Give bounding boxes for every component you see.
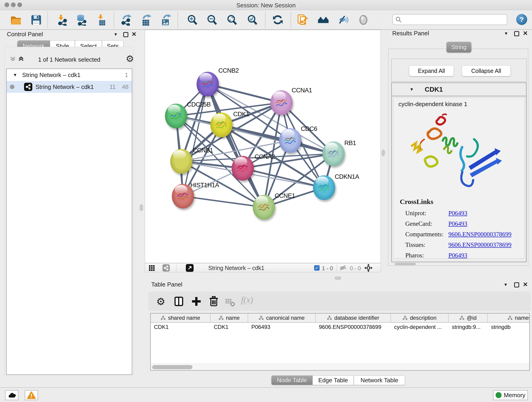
right-splitter-handle[interactable] <box>382 150 385 156</box>
node-CCNB2[interactable] <box>196 72 219 96</box>
edge-HIST1H1A-CCNE1[interactable] <box>183 196 264 207</box>
node-CCNB1[interactable] <box>170 149 192 174</box>
export-network-button[interactable] <box>120 14 132 26</box>
selected-checkbox-icon[interactable]: ✓ <box>314 265 320 271</box>
node-CDK1[interactable] <box>210 113 233 137</box>
help-button[interactable]: ? <box>516 14 527 25</box>
crosslink-value-link[interactable]: P06493 <box>448 220 467 227</box>
results-panel-close-icon[interactable]: ✕ <box>523 30 528 37</box>
export-image-button[interactable] <box>160 14 172 26</box>
crosslink-value-link[interactable]: 9606.ENSP00000378699 <box>448 241 511 249</box>
show-eye-button[interactable] <box>358 14 369 26</box>
tab-network-table[interactable]: Network Table <box>354 375 405 385</box>
network-canvas[interactable]: CCNB2CCNA1CDC25BCDK1CDC6RB1CCNB1CCNA2CDK… <box>145 30 381 263</box>
zoom-in-button[interactable] <box>187 14 198 26</box>
gene-card-header[interactable]: ▼ CDK1 <box>392 83 526 96</box>
insert-column-icon[interactable] <box>174 296 184 307</box>
import-network-file-button[interactable] <box>56 14 68 26</box>
zoom-out-button[interactable] <box>206 14 218 26</box>
network-row-selected[interactable]: String Network – cdk1 11 48 <box>7 81 132 93</box>
results-hscroll-thumb[interactable] <box>395 263 416 265</box>
column-header--id[interactable]: @id <box>449 313 488 323</box>
export-table-button[interactable] <box>140 14 152 26</box>
delete-row-icon[interactable] <box>209 296 219 307</box>
open-in-window-icon[interactable] <box>186 264 194 272</box>
add-row-icon[interactable] <box>191 296 202 307</box>
open-session-button[interactable] <box>10 14 22 26</box>
gene-card-body: cyclin-dependent kinase 1 CrossLinks <box>393 98 525 259</box>
import-network-database-button[interactable] <box>76 14 87 26</box>
table-panel-menu-icon[interactable]: ▼ <box>504 282 508 287</box>
node-CCNE1[interactable] <box>253 195 275 220</box>
table-gear-icon[interactable]: ⚙ <box>156 296 165 307</box>
table-hscrollbar[interactable] <box>151 364 529 370</box>
control-panel-float-icon[interactable] <box>123 32 128 37</box>
column-header-shared-name[interactable]: shared name <box>151 313 210 323</box>
string-view-icon[interactable] <box>162 264 170 272</box>
tab-edge-table[interactable]: Edge Table <box>312 375 354 385</box>
results-panel-menu-icon[interactable]: ▼ <box>504 31 508 36</box>
network-selection-status: 1 of 1 Network selected <box>5 56 133 63</box>
clone-network-button[interactable] <box>297 14 309 26</box>
cloud-status-button[interactable] <box>5 390 18 400</box>
node-CCNA1[interactable] <box>270 90 293 115</box>
node-RB1[interactable] <box>322 141 345 166</box>
crosslinks-list: Uniprot:P06493GeneCard:P06493Compartment… <box>405 208 520 261</box>
search-field[interactable] <box>402 17 507 23</box>
column-header-namespace[interactable]: namespace <box>488 313 530 323</box>
save-session-button[interactable] <box>31 14 42 26</box>
crosslink-value-link[interactable]: P06493 <box>448 252 467 259</box>
grid-view-icon[interactable] <box>149 265 155 272</box>
toolbar-separator <box>291 12 291 28</box>
refresh-view-button[interactable] <box>272 14 284 26</box>
column-header-canonical-name[interactable]: canonical name <box>248 313 316 323</box>
tab-node-table[interactable]: Node Table <box>271 375 312 385</box>
column-header-description[interactable]: description <box>391 313 449 323</box>
results-panel-float-icon[interactable] <box>514 31 519 36</box>
cell-namespace[interactable]: stringdb <box>488 323 530 332</box>
table-hscroll-thumb[interactable] <box>152 365 192 369</box>
node-CCNA2[interactable] <box>232 156 254 181</box>
collection-expander-icon[interactable]: ▼ <box>13 73 17 77</box>
import-table-file-button[interactable] <box>96 14 108 26</box>
node-CDC6[interactable] <box>279 128 301 153</box>
cell-database-identifier[interactable]: 9606.ENSP00000378699 <box>316 323 391 332</box>
control-panel-close-icon[interactable]: ✕ <box>132 31 137 38</box>
crosslink-row: Uniprot:P06493 <box>405 208 520 218</box>
control-panel-menu-icon[interactable]: ▼ <box>114 32 118 37</box>
cell-name[interactable]: CDK1 <box>210 323 248 332</box>
zoom-selected-button[interactable] <box>247 14 258 26</box>
birds-eye-toggle-icon[interactable] <box>364 264 373 273</box>
node-CDC25B[interactable] <box>165 104 187 128</box>
column-header-name[interactable]: name <box>210 313 248 323</box>
network-options-gear-icon[interactable]: ⚙ <box>126 53 134 64</box>
home-button[interactable] <box>317 14 329 26</box>
expand-all-button[interactable]: Expand All <box>409 65 454 76</box>
column-header-database-identifier[interactable]: database identifier <box>316 313 391 323</box>
crosslink-value-link[interactable]: 9606.ENSP00000378699 <box>448 231 511 238</box>
tab-string[interactable]: String <box>446 42 472 53</box>
table-panel-close-icon[interactable]: ✕ <box>523 281 528 288</box>
protein-ribbon-thumbnail <box>256 201 271 216</box>
left-splitter-handle[interactable] <box>140 204 143 211</box>
warning-status-button[interactable] <box>25 390 38 400</box>
table-panel-float-icon[interactable] <box>514 282 519 287</box>
cell-description[interactable]: cyclin-dependent ... <box>391 323 449 332</box>
search-input[interactable] <box>393 14 507 25</box>
title-bar: Session: New Session <box>0 0 532 10</box>
zoom-fit-button[interactable] <box>226 14 238 26</box>
node-CDKN1A[interactable] <box>313 175 335 200</box>
crosslink-value-link[interactable]: P06493 <box>448 210 467 217</box>
collapse-all-button[interactable]: Collapse All <box>462 65 511 76</box>
network-collection-row[interactable]: ▼ String Network – cdk1 1 <box>7 69 132 81</box>
cell-canonical-name[interactable]: P06493 <box>248 323 316 332</box>
gene-expander-icon[interactable]: ▼ <box>410 87 414 92</box>
node-table[interactable]: shared nameCDK1nameCDK1canonical nameP06… <box>150 313 530 370</box>
cell-shared-name[interactable]: CDK1 <box>151 323 210 332</box>
bottom-splitter-handle[interactable] <box>335 277 341 280</box>
hide-glasses-button[interactable] <box>338 14 349 26</box>
memory-button[interactable]: Memory <box>493 390 528 400</box>
edge-CCNB2-CCNA1[interactable] <box>208 84 281 103</box>
hidden-eye-icon[interactable] <box>339 265 347 272</box>
cell--id[interactable]: stringdb:9... <box>449 323 488 332</box>
